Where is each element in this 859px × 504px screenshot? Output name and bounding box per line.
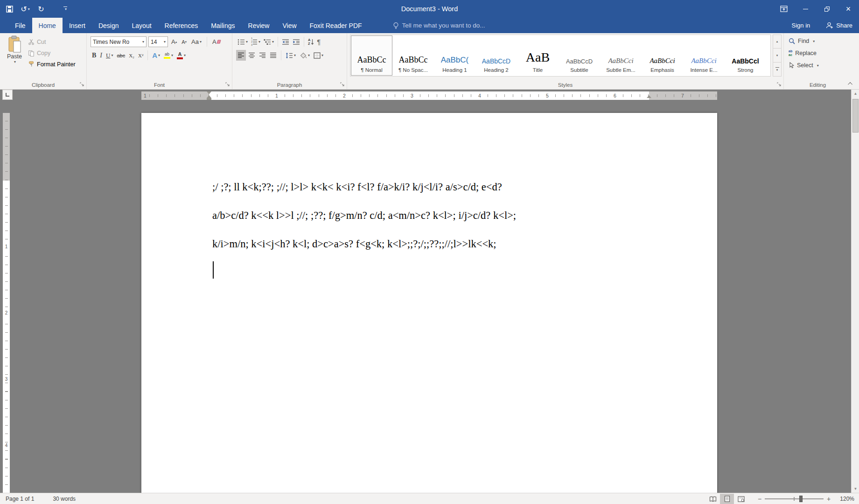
document-line[interactable]: a/b>c/d? k<<k l>>l ;//; ;??; f/g>m/n? c/… — [212, 210, 516, 222]
tab-view[interactable]: View — [276, 18, 303, 33]
paste-button[interactable]: Paste ▾ — [3, 35, 26, 77]
scrollbar-thumb[interactable] — [852, 99, 859, 133]
vertical-ruler[interactable]: 1 2 3 4 — [3, 113, 10, 493]
tab-references[interactable]: References — [158, 18, 205, 33]
zoom-slider-thumb[interactable] — [799, 496, 803, 502]
style-subtitle[interactable]: AaBbCcD Subtitle — [559, 35, 600, 76]
horizontal-ruler[interactable]: 1 1 2 3 4 5 6 7 — [141, 91, 717, 100]
font-color-button[interactable]: A ▾ — [175, 50, 187, 61]
first-line-indent-marker[interactable] — [207, 91, 211, 94]
tab-review[interactable]: Review — [242, 18, 276, 33]
bullets-button[interactable]: ▾ — [236, 36, 249, 47]
align-center-button[interactable] — [247, 50, 257, 61]
shading-button[interactable]: ▾ — [298, 50, 311, 61]
vertical-scrollbar[interactable]: ▲ ▼ — [851, 90, 859, 493]
cut-button[interactable]: Cut — [28, 37, 46, 47]
read-mode-button[interactable] — [706, 494, 720, 504]
web-layout-button[interactable] — [734, 494, 748, 504]
styles-scroll-up-button[interactable]: ▴ — [773, 35, 782, 49]
decrease-indent-button[interactable] — [280, 36, 291, 47]
document-line[interactable]: k/i>m/n; k<i<j<h? k<l; d>c>a>s? f<g<k; k… — [212, 238, 496, 250]
zoom-in-button[interactable]: + — [824, 495, 834, 503]
select-button[interactable]: Select ▾ — [789, 60, 819, 70]
style-no-spacing[interactable]: AaBbCc ¶ No Spac... — [392, 35, 434, 76]
zoom-level-label[interactable]: 120% — [834, 496, 854, 502]
numbering-button[interactable]: 123 ▾ — [250, 36, 262, 47]
font-size-dropdown-icon[interactable]: ▾ — [164, 40, 166, 44]
text-effects-button[interactable]: A▾ — [151, 50, 161, 61]
multilevel-list-button[interactable]: ▾ — [262, 36, 275, 47]
clipboard-dialog-launcher[interactable] — [79, 81, 85, 87]
zoom-slider[interactable] — [765, 494, 824, 504]
restore-button[interactable] — [816, 0, 838, 18]
line-spacing-button[interactable]: ▾ — [284, 50, 297, 61]
subscript-button[interactable]: X₂ — [127, 50, 136, 61]
style-intense-emphasis[interactable]: AaBbCci Intense E... — [683, 35, 725, 76]
styles-scroll-down-button[interactable]: ▾ — [773, 49, 782, 63]
format-painter-button[interactable]: Format Painter — [28, 59, 76, 70]
document-line[interactable]: ;/ ;?; ll k<k;??; ;//; l>l> k<k< k<i? f<… — [212, 181, 502, 193]
sign-in-button[interactable]: Sign in — [792, 22, 810, 29]
grow-font-button[interactable]: A▴ — [170, 36, 178, 47]
tell-me-box[interactable]: Tell me what you want to do... — [393, 18, 485, 33]
underline-button[interactable]: U▾ — [105, 50, 114, 61]
tab-mailings[interactable]: Mailings — [204, 18, 241, 33]
style-subtle-emphasis[interactable]: AaBbCci Subtle Em... — [600, 35, 642, 76]
styles-dialog-launcher[interactable] — [776, 81, 782, 87]
paste-label: Paste — [7, 53, 22, 60]
underline-dropdown-icon[interactable]: ▾ — [111, 53, 113, 57]
minimize-button[interactable] — [795, 0, 816, 18]
font-name-dropdown-icon[interactable]: ▾ — [142, 40, 144, 44]
zoom-out-button[interactable]: − — [754, 495, 765, 503]
tab-file[interactable]: File — [8, 18, 32, 33]
justify-button[interactable] — [268, 50, 278, 61]
ribbon-display-options-button[interactable] — [773, 0, 795, 18]
shrink-font-button[interactable]: A▾ — [180, 36, 188, 47]
styles-more-button[interactable]: ▾ — [773, 63, 782, 77]
paragraph-dialog-launcher[interactable] — [339, 81, 345, 87]
tab-insert[interactable]: Insert — [63, 18, 92, 33]
page-count-label[interactable]: Page 1 of 1 — [6, 496, 34, 502]
italic-button[interactable]: I — [98, 50, 104, 61]
font-size-combobox[interactable]: 14 ▾ — [148, 36, 168, 47]
increase-indent-button[interactable] — [291, 36, 301, 47]
show-formatting-marks-button[interactable]: ¶ — [316, 36, 322, 47]
replace-button[interactable]: ab ac Replace — [789, 48, 817, 58]
sort-button[interactable]: AZ — [307, 36, 315, 47]
share-button[interactable]: Share — [826, 22, 852, 29]
strikethrough-button[interactable]: abc — [115, 50, 126, 61]
bold-button[interactable]: B — [91, 50, 98, 61]
right-indent-marker[interactable] — [647, 95, 651, 98]
find-button[interactable]: Find ▾ — [789, 36, 815, 46]
style-title[interactable]: AaB Title — [517, 35, 559, 76]
style-heading-2[interactable]: AaBbCcD Heading 2 — [475, 35, 517, 76]
tab-home[interactable]: Home — [32, 18, 63, 33]
clear-formatting-button[interactable]: A — [211, 36, 223, 47]
font-name-combobox[interactable]: Times New Ro ▾ — [91, 36, 147, 47]
left-indent-marker[interactable] — [207, 98, 211, 100]
style-strong[interactable]: AaBbCcl Strong — [725, 35, 766, 76]
text-highlight-button[interactable]: ab ▾ — [162, 50, 175, 61]
style-emphasis[interactable]: AaBbCci Emphasis — [642, 35, 683, 76]
align-right-button[interactable] — [258, 50, 267, 61]
style-normal[interactable]: AaBbCc ¶ Normal — [351, 35, 392, 76]
superscript-button[interactable]: X² — [137, 50, 145, 61]
change-case-button[interactable]: Aa▾ — [190, 36, 203, 47]
style-heading-1[interactable]: AaBbC( Heading 1 — [434, 35, 475, 76]
scroll-up-button[interactable]: ▲ — [852, 90, 859, 98]
tab-layout[interactable]: Layout — [126, 18, 158, 33]
tab-design[interactable]: Design — [92, 18, 126, 33]
borders-button[interactable]: ▾ — [312, 50, 325, 61]
collapse-ribbon-button[interactable] — [847, 81, 854, 86]
font-dialog-launcher[interactable] — [224, 81, 230, 87]
document-page[interactable]: ;/ ;?; ll k<k;??; ;//; l>l> k<k< k<i? f<… — [141, 113, 717, 493]
close-button[interactable]: × — [838, 0, 859, 18]
paste-dropdown-icon[interactable]: ▾ — [14, 60, 16, 64]
tab-stop-selector[interactable] — [2, 90, 13, 100]
tab-foxit-reader-pdf[interactable]: Foxit Reader PDF — [303, 18, 369, 33]
align-left-button[interactable] — [236, 50, 246, 61]
print-layout-button[interactable] — [720, 494, 734, 504]
word-count-label[interactable]: 30 words — [53, 496, 76, 502]
scroll-down-button[interactable]: ▼ — [852, 485, 859, 493]
copy-button[interactable]: Copy — [28, 48, 50, 58]
